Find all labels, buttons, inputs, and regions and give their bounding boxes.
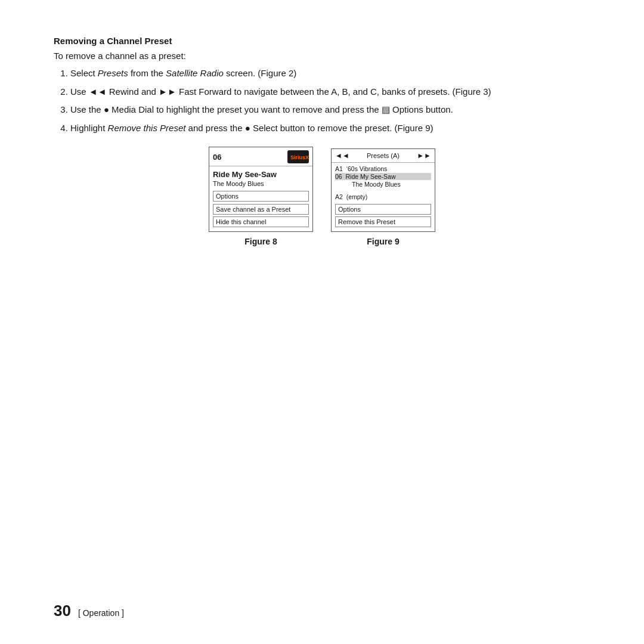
fig8-artist: The Moody Blues [213, 180, 309, 187]
fig9-options-label: Options [335, 204, 431, 215]
rewind-symbol: ◄◄ [89, 86, 107, 97]
figure8-block: 06 SiriusXM Ride My See-Saw The Moody Bl… [209, 147, 313, 246]
fig9-nav-right: ►► [417, 151, 431, 160]
fig8-options-label: Options [213, 191, 309, 202]
figure9-label: Figure 9 [367, 237, 399, 246]
fig9-nav-left: ◄◄ [335, 151, 349, 160]
fig8-header: 06 SiriusXM [209, 147, 312, 166]
fig8-menu-item-save: Save channel as a Preset [213, 204, 309, 215]
step-2: Use ◄◄ Rewind and ►► Fast Forward to nav… [70, 85, 590, 99]
fig8-song-title: Ride My See-Saw [213, 170, 309, 179]
fig9-gap [335, 188, 431, 193]
svg-text:SiriusXM: SiriusXM [290, 154, 308, 160]
intro-text: To remove a channel as a preset: [54, 51, 590, 61]
fig9-header: ◄◄ Presets (A) ►► [332, 149, 435, 163]
fig9-body: A1 ‘60s Vibrations 06 Ride My See-Saw Th… [332, 163, 435, 231]
page-number: 30 [54, 602, 71, 620]
fig8-body: Ride My See-Saw The Moody Blues Options … [209, 166, 312, 231]
figures-row: 06 SiriusXM Ride My See-Saw The Moody Bl… [54, 147, 590, 246]
fig9-menu-item-remove: Remove this Preset [335, 216, 431, 227]
figure8-label: Figure 8 [244, 237, 277, 246]
step1-italic2: Satellite Radio [166, 68, 224, 78]
select-symbol: ● [245, 123, 250, 133]
step-4: Highlight Remove this Preset and press t… [70, 122, 590, 135]
fig8-logo: SiriusXM [287, 150, 309, 163]
fig9-preset-a2: A2 (empty) [335, 193, 431, 200]
fig9-preset-06-sub: The Moody Blues [335, 181, 431, 188]
fig9-preset-06: 06 Ride My See-Saw [335, 173, 431, 180]
options-symbol: ▤ [382, 104, 390, 114]
footer: 30 [ Operation ] [54, 602, 124, 620]
fig9-preset-a1: A1 ‘60s Vibrations [335, 165, 431, 172]
footer-section: [ Operation ] [78, 608, 124, 618]
fig9-presets-title: Presets (A) [367, 152, 400, 159]
step1-italic1: Presets [98, 68, 128, 78]
figure9-block: ◄◄ Presets (A) ►► A1 ‘60s Vibrations 06 … [331, 148, 435, 246]
step-3: Use the ● Media Dial to highlight the pr… [70, 103, 590, 117]
fig8-channel-num: 06 [213, 153, 221, 162]
media-dial-symbol: ● [104, 104, 109, 114]
figure8-screen: 06 SiriusXM Ride My See-Saw The Moody Bl… [209, 147, 313, 232]
fig8-menu-item-hide: Hide this channel [213, 216, 309, 227]
steps-list: Select Presets from the Satellite Radio … [70, 67, 590, 135]
page-content: Removing a Channel Preset To remove a ch… [0, 0, 644, 294]
figure9-screen: ◄◄ Presets (A) ►► A1 ‘60s Vibrations 06 … [331, 148, 435, 232]
step4-italic: Remove this Preset [108, 123, 186, 133]
fastforward-symbol: ►► [159, 86, 177, 97]
section-title: Removing a Channel Preset [54, 36, 590, 46]
step-1: Select Presets from the Satellite Radio … [70, 67, 590, 80]
